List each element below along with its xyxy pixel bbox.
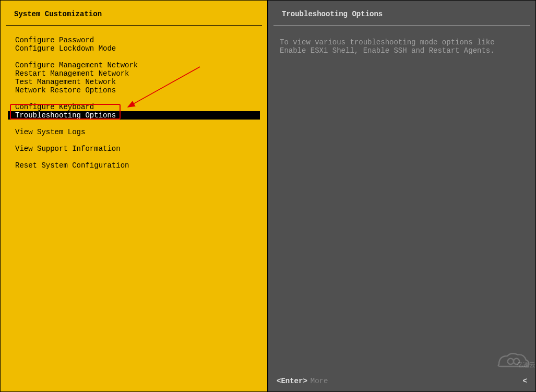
left-panel-system-customization: System Customization Configure Password … [0,0,268,392]
menu-item-view-system-logs[interactable]: View System Logs [8,128,260,136]
menu-item-reset-system-configuration[interactable]: Reset System Configuration [8,161,260,170]
menu-item-test-management-network[interactable]: Test Management Network [8,78,260,86]
footer-enter-action: More [311,377,328,385]
menu-spacer [8,53,260,61]
menu-item-configure-keyboard[interactable]: Configure Keyboard [8,103,260,111]
right-panel-header: Troubleshooting Options [273,1,530,26]
menu-spacer [8,120,260,128]
footer-left: <Enter> More [277,377,328,385]
left-panel-header: System Customization [6,1,262,26]
menu-spacer [8,94,260,103]
right-panel-description: To view various troubleshooting mode opt… [268,26,535,67]
menu-item-restart-management-network[interactable]: Restart Management Network [8,69,260,78]
footer-bar: <Enter> More < [268,377,535,385]
menu-item-configure-management-network[interactable]: Configure Management Network [8,61,260,69]
menu-item-configure-password[interactable]: Configure Password [8,36,260,44]
footer-right: < [523,377,527,385]
menu-spacer [8,136,260,145]
menu-item-view-support-information[interactable]: View Support Information [8,145,260,153]
menu-item-network-restore-options[interactable]: Network Restore Options [8,86,260,94]
menu-list: Configure Password Configure Lockdown Mo… [1,26,267,170]
left-panel-title: System Customization [14,10,102,18]
menu-item-configure-lockdown-mode[interactable]: Configure Lockdown Mode [8,44,260,53]
right-panel-details: Troubleshooting Options To view various … [268,0,536,392]
menu-spacer [8,153,260,161]
footer-right-key: < [523,377,527,385]
right-panel-title: Troubleshooting Options [282,10,383,18]
menu-item-troubleshooting-options[interactable]: Troubleshooting Options [8,111,260,120]
svg-point-2 [508,359,514,364]
watermark-text: 亿速云 [517,361,535,370]
footer-enter-key[interactable]: <Enter> [277,377,307,385]
